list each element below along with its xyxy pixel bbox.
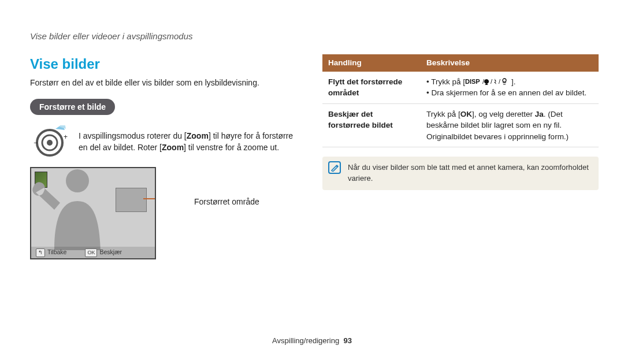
table-row: Flytt det forstørrede området Trykk på [… [322,72,599,104]
note-icon [328,161,341,174]
breadcrumb: Vise bilder eller videoer i avspillingsm… [30,30,193,43]
right-column: Handling Beskrivelse Flytt det forstørre… [322,54,599,190]
svg-point-2 [47,140,53,146]
zoom-pointer-line [143,198,156,199]
ok-control: OKBeskjær [85,248,122,257]
svg-point-9 [503,79,506,82]
zoom-instruction-text: I avspillingsmodus roterer du [Zoom] til… [79,130,299,154]
row2-desc: Trykk på [OK], og velg deretter Ja. (Det… [421,103,599,147]
svg-text:+: + [64,133,68,141]
note-text: Når du viser bilder som ble tatt med et … [348,163,589,183]
svg-text:DISP: DISP [465,78,480,85]
page-footer: Avspilling/redigering 93 [0,336,624,347]
back-control: ↰Tilbake [36,248,66,257]
ok-key-icon: OK [85,248,97,257]
back-key-icon: ↰ [36,248,45,257]
th-action: Handling [322,54,421,72]
row2-action: Beskjær det forstørrede bildet [322,103,421,147]
intro-text: Forstørr en del av et bilde eller vis bi… [30,77,299,88]
th-desc: Beskrivelse [421,54,599,72]
note-box: Når du viser bilder som ble tatt med et … [322,157,599,190]
preview-bottom-bar: ↰Tilbake OKBeskjær [31,247,155,258]
row1-desc: Trykk på [ DISP / / / ]. Dra [421,72,599,104]
page-title: Vise bilder [30,54,299,75]
zoom-area-callout: Forstørret område [194,196,259,207]
nav-keys-icons: DISP / / / [465,77,511,86]
preview-frame: ↰Tilbake OKBeskjær [30,167,156,259]
screen-preview: ↰Tilbake OKBeskjær Forstørret område [30,167,299,259]
silhouette-icon [30,169,124,250]
zoom-dial-icon: − + [30,125,72,158]
row1-action: Flytt det forstørrede området [322,72,421,104]
table-row: Beskjær det forstørrede bildet Trykk på … [322,103,599,147]
subsection-pill: Forstørre et bilde [30,99,115,115]
zoom-rectangle [116,188,147,212]
ok-key-text: OK [460,110,472,118]
action-table: Handling Beskrivelse Flytt det forstørre… [322,54,599,147]
left-column: Vise bilder Forstørr en del av et bilde … [30,54,299,259]
zoom-instruction-row: − + I avspillingsmodus roterer du [Zoom]… [30,125,299,158]
svg-text:/: / [499,78,501,85]
svg-text:/: / [491,78,493,85]
svg-text:−: − [34,139,38,147]
